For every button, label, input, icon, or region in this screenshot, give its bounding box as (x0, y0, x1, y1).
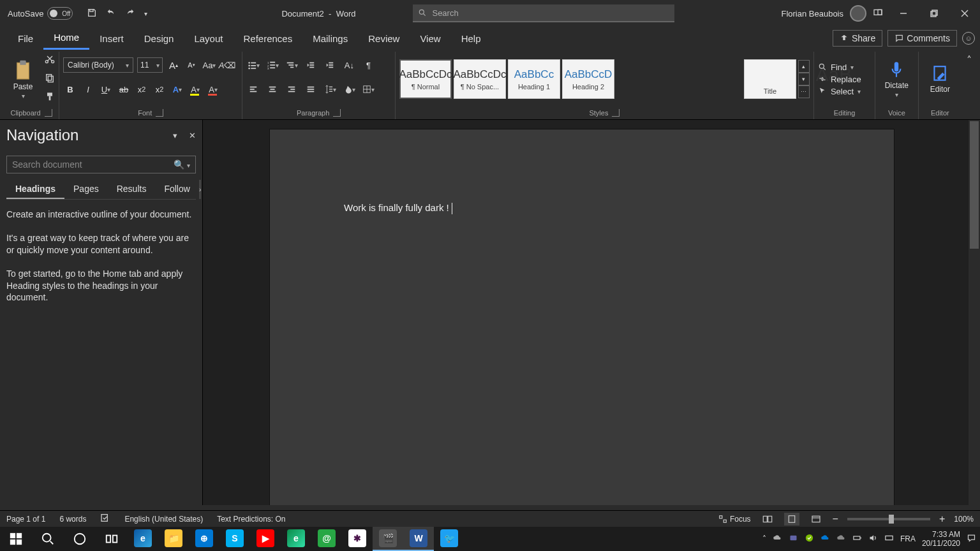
align-center-icon[interactable] (265, 82, 279, 96)
tray-weather-icon[interactable] (836, 533, 846, 545)
justify-icon[interactable] (304, 82, 318, 96)
borders-icon[interactable]: ▾ (361, 82, 375, 96)
app-explorer[interactable]: 📁 (158, 527, 189, 551)
superscript-button[interactable]: x2 (152, 82, 167, 96)
app-twitter[interactable]: 🐦 (434, 527, 464, 551)
subscript-button[interactable]: x2 (135, 82, 149, 96)
nav-tab-pages[interactable]: Pages (64, 180, 108, 199)
align-right-icon[interactable] (285, 82, 299, 96)
zoom-slider[interactable] (847, 518, 930, 520)
select-button[interactable]: Select▾ (818, 87, 861, 96)
comments-button[interactable]: Comments (887, 30, 957, 47)
spellcheck-icon[interactable] (100, 513, 110, 525)
status-language[interactable]: English (United States) (124, 515, 203, 524)
redo-icon[interactable] (125, 8, 135, 20)
clipboard-launcher[interactable] (45, 109, 52, 117)
decrease-indent-icon[interactable] (304, 58, 318, 72)
toggle-switch[interactable]: Off (47, 7, 73, 20)
collapse-ribbon-icon[interactable]: ˄ (961, 52, 976, 119)
increase-indent-icon[interactable] (323, 58, 337, 72)
read-mode-icon[interactable] (760, 513, 775, 525)
bullets-icon[interactable]: ▾ (246, 58, 260, 72)
tray-chevron-icon[interactable]: ˄ (762, 534, 766, 543)
italic-button[interactable]: I (81, 82, 95, 96)
tray-sync-icon[interactable] (805, 533, 814, 545)
status-words[interactable]: 6 words (59, 515, 86, 524)
clear-format-icon[interactable]: A⌫ (220, 58, 234, 72)
style-heading-2[interactable]: AaBbCcDHeading 2 (562, 59, 614, 99)
page[interactable]: Work is finally fully dark ! (269, 129, 895, 505)
minimize-button[interactable] (888, 0, 919, 27)
save-icon[interactable] (87, 8, 97, 20)
format-painter-icon[interactable] (45, 92, 55, 105)
tray-teams-icon[interactable] (789, 533, 798, 545)
sort-icon[interactable]: A↓ (342, 58, 356, 72)
tab-home[interactable]: Home (43, 27, 89, 50)
tab-view[interactable]: View (410, 27, 450, 50)
status-page[interactable]: Page 1 of 1 (6, 515, 45, 524)
app-youtube[interactable]: ▶ (250, 527, 281, 551)
style-heading-1[interactable]: AaBbCcHeading 1 (508, 59, 560, 99)
feedback-icon[interactable]: ☺ (962, 32, 975, 45)
nav-tab-headings[interactable]: Headings (6, 180, 64, 199)
change-case-icon[interactable]: Aa▾ (202, 58, 216, 72)
styles-launcher[interactable] (612, 109, 620, 117)
decrease-font-icon[interactable]: A▾ (184, 58, 198, 72)
tray-onedrive-icon[interactable] (820, 533, 830, 545)
undo-icon[interactable] (106, 8, 116, 20)
app-edge[interactable]: e (128, 527, 158, 551)
search-box[interactable]: Search (413, 4, 674, 22)
app-slack[interactable]: ✱ (342, 527, 373, 551)
nav-tab-results[interactable]: Results (108, 180, 156, 199)
tab-mailings[interactable]: Mailings (302, 27, 358, 50)
app-skype[interactable]: S (219, 527, 250, 551)
ribbon-display-icon[interactable] (873, 8, 883, 20)
nav-tabs-overflow[interactable]: › (199, 180, 201, 199)
cortana-icon[interactable] (64, 527, 96, 551)
bold-button[interactable]: B (63, 82, 77, 96)
scroll-thumb[interactable] (970, 121, 979, 249)
app-edge-dev[interactable]: e (281, 527, 311, 551)
app-word[interactable]: W (403, 527, 434, 551)
font-launcher[interactable] (156, 109, 163, 117)
styles-down-icon[interactable]: ▾ (798, 73, 810, 85)
document-text[interactable]: Work is finally fully dark ! (344, 202, 452, 214)
print-layout-icon[interactable] (784, 513, 799, 525)
zoom-in-icon[interactable]: + (939, 513, 945, 525)
editor-button[interactable]: Editor (930, 64, 950, 94)
tray-battery-icon[interactable] (852, 533, 862, 545)
tab-help[interactable]: Help (451, 27, 491, 50)
line-spacing-icon[interactable]: ▾ (323, 82, 337, 96)
autosave-toggle[interactable]: AutoSave Off (0, 7, 80, 20)
app-generic-2[interactable]: 🎬 (373, 527, 403, 551)
numbering-icon[interactable]: 123▾ (265, 58, 279, 72)
app-generic-1[interactable]: ⊕ (189, 527, 219, 551)
shading-icon[interactable]: ▾ (342, 82, 356, 96)
tab-design[interactable]: Design (134, 27, 184, 50)
share-button[interactable]: Share (833, 30, 882, 47)
tray-clock[interactable]: 7:33 AM 20/11/2020 (922, 530, 960, 548)
style---no-spac---[interactable]: AaBbCcDc¶ No Spac... (454, 59, 506, 99)
align-left-icon[interactable] (246, 82, 260, 96)
paragraph-launcher[interactable] (333, 109, 341, 117)
zoom-thumb[interactable] (889, 515, 894, 524)
show-marks-icon[interactable]: ¶ (361, 58, 375, 72)
close-button[interactable] (949, 0, 980, 27)
styles-more-icon[interactable]: ⋯ (798, 85, 810, 98)
multilevel-icon[interactable]: ▾ (285, 58, 299, 72)
app-mail[interactable]: @ (311, 527, 342, 551)
tray-volume-icon[interactable] (868, 533, 878, 545)
styles-up-icon[interactable]: ▴ (798, 60, 810, 73)
maximize-button[interactable] (919, 0, 949, 27)
vertical-scrollbar[interactable] (969, 120, 980, 505)
font-color-button[interactable]: A▾ (206, 82, 220, 96)
qat-customize-icon[interactable]: ▾ (144, 10, 147, 17)
dictate-button[interactable]: Dictate▾ (885, 61, 909, 98)
font-name-select[interactable]: Calibri (Body)▾ (63, 57, 133, 73)
tab-insert[interactable]: Insert (89, 27, 134, 50)
tray-cloud-icon[interactable] (773, 533, 782, 545)
document-canvas[interactable]: Work is finally fully dark ! (203, 120, 980, 505)
nav-tab-follow[interactable]: Follow (155, 180, 198, 199)
tray-notifications-icon[interactable] (967, 533, 976, 545)
tray-keyboard-icon[interactable] (884, 533, 894, 545)
